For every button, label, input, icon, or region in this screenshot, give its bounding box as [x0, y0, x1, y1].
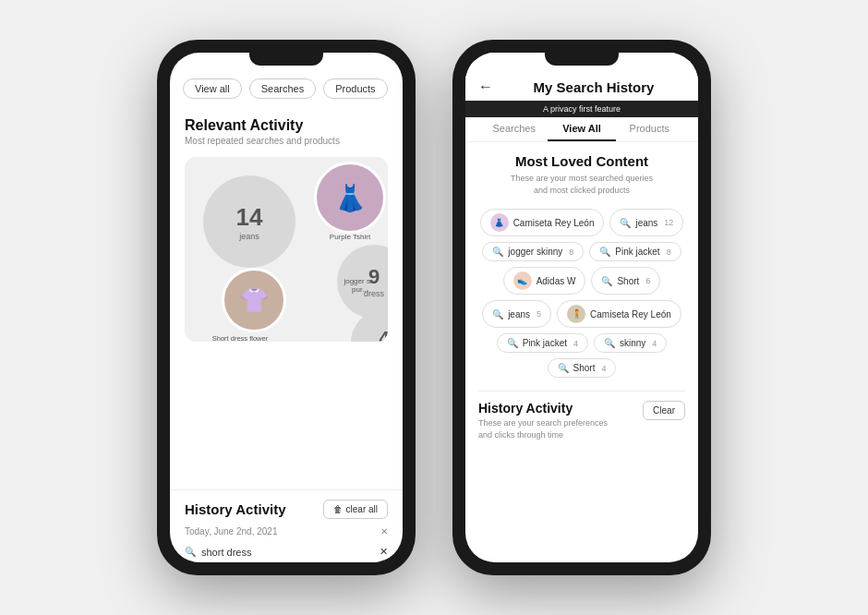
chip-pink-jacket-4[interactable]: 🔍 Pink jacket 4 — [497, 333, 588, 353]
back-button[interactable]: ← — [478, 78, 493, 95]
tab-searches[interactable]: Searches — [480, 123, 548, 141]
chip-jeans-12[interactable]: 🔍 jeans 12 — [609, 209, 683, 236]
chip-adidas[interactable]: 👟 Adidas W — [503, 267, 586, 295]
products-btn[interactable]: Products — [323, 78, 387, 99]
p2-title: My Search History — [502, 79, 685, 95]
history-section: History Activity 🗑 clear all Today, June… — [170, 489, 403, 562]
search-icon-chip-8: 🔍 — [558, 363, 569, 373]
chip-jeans-5[interactable]: 🔍 jeans 5 — [482, 300, 551, 328]
date-row: Today, June 2nd, 2021 ✕ — [185, 526, 388, 537]
p2-history-title: History Activity — [478, 401, 608, 416]
history-header: History Activity 🗑 clear all — [185, 500, 388, 519]
p2-history-section: History Activity These are your search p… — [478, 391, 685, 440]
bubble-jeans: 14 jeans — [203, 175, 295, 268]
search-icon-chip-6: 🔍 — [507, 338, 518, 348]
chip-short-4[interactable]: 🔍 Short 4 — [548, 358, 617, 378]
product-icon-1: 👗 — [490, 213, 509, 232]
history-title: History Activity — [185, 501, 285, 517]
search-row: 🔍 short dress ✕ — [185, 542, 388, 562]
searches-btn[interactable]: Searches — [249, 78, 316, 99]
p2-history-header: History Activity These are your search p… — [478, 401, 685, 440]
chip-jogger[interactable]: 🔍 jogger skinny 8 — [482, 242, 584, 261]
product-short-label: Short dress flowerretro — [199, 334, 282, 342]
phone-2: ← My Search History A privacy first feat… — [452, 40, 711, 575]
product-purple-label: Purple Tshirt — [312, 233, 388, 241]
relevant-title: Relevant Activity — [185, 117, 388, 134]
search-icon-chip: 🔍 — [620, 218, 631, 228]
search-icon-chip-2: 🔍 — [492, 247, 503, 257]
phone-2-notch — [545, 53, 619, 66]
chip-skinny-4[interactable]: 🔍 skinny 4 — [594, 333, 667, 353]
trash-icon: 🗑 — [333, 504, 343, 514]
search-icon-chip-5: 🔍 — [492, 309, 503, 320]
clear-search-icon[interactable]: ✕ — [380, 546, 388, 558]
chips-grid: 👗 Camiseta Rey León 🔍 jeans 12 🔍 jogger … — [478, 209, 685, 378]
phone-2-screen: ← My Search History A privacy first feat… — [465, 53, 698, 562]
search-icon-chip-7: 🔍 — [604, 338, 615, 348]
p2-clear-btn[interactable]: Clear — [643, 401, 685, 420]
search-icon-chip-4: 🔍 — [601, 276, 612, 286]
tab-view-all[interactable]: View All — [548, 123, 615, 141]
bubbles-area: 14 jeans 9 dress 4 short dress — [185, 157, 388, 342]
chip-short-6[interactable]: 🔍 Short 6 — [591, 267, 660, 295]
search-icon: 🔍 — [185, 547, 196, 557]
p2-history-subtitle: These are your search preferencesand cli… — [478, 417, 608, 440]
most-loved-subtitle: These are your most searched queriesand … — [478, 173, 685, 196]
chip-camiseta-1[interactable]: 👗 Camiseta Rey León — [480, 209, 605, 236]
product-icon-2: 🧍 — [567, 305, 585, 323]
phone-1: View all Searches Products Relevant Acti… — [157, 40, 416, 575]
phone-1-content: Relevant Activity Most repeated searches… — [170, 108, 403, 489]
relevant-subtitle: Most repeated searches and products — [185, 136, 388, 146]
most-loved-title: Most Loved Content — [478, 153, 685, 169]
p2-history-text: History Activity These are your search p… — [478, 401, 608, 440]
jogger-label: jogger s...pur... — [332, 277, 388, 294]
chip-camiseta-2[interactable]: 🧍 Camiseta Rey León — [557, 300, 681, 328]
product-purple-tshirt: 👗 — [314, 162, 386, 234]
view-all-btn[interactable]: View all — [183, 78, 242, 99]
p2-tabs: Searches View All Products — [465, 117, 698, 142]
tab-products[interactable]: Products — [616, 123, 683, 141]
product-icon-adidas: 👟 — [513, 271, 532, 290]
close-icon[interactable]: ✕ — [380, 526, 388, 537]
chip-pink-jacket-8[interactable]: 🔍 Pink jacket 8 — [589, 242, 681, 261]
phone-1-screen: View all Searches Products Relevant Acti… — [170, 53, 403, 562]
search-icon-chip-3: 🔍 — [599, 247, 610, 257]
phone-2-content: Most Loved Content These are your most s… — [465, 142, 698, 562]
product-short-dress: 👚 — [222, 268, 286, 332]
phone-1-notch — [249, 53, 323, 66]
privacy-banner: A privacy first feature — [465, 101, 698, 117]
clear-all-btn[interactable]: 🗑 clear all — [323, 500, 388, 519]
